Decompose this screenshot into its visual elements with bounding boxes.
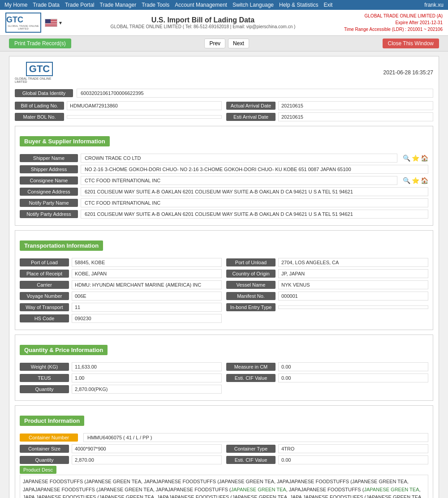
quantity-price-section: Quantity & Price Information Weight (KG)… <box>15 335 433 401</box>
nav-help-statistics[interactable]: Help & Statistics <box>279 2 318 8</box>
vessel-name-label: Vessel Name <box>226 281 276 289</box>
hs-code-label: HS Code <box>20 314 69 322</box>
quantity-price-header: Quantity & Price Information <box>20 345 108 355</box>
nav-menu: My Home Trade Data Trade Portal Trade Ma… <box>4 2 332 8</box>
port-of-load-value: 58845, KOBE <box>72 258 222 267</box>
consignee-name-row: Consignee Name CTC FOOD INTERNATIONAL IN… <box>20 176 428 185</box>
manifest-no-value: 000001 <box>278 292 428 301</box>
star-icon-2[interactable]: ⭐ <box>412 177 419 184</box>
toolbar-top: Print Trade Record(s) Prev Next Close Th… <box>0 36 448 52</box>
nav-trade-tools[interactable]: Trade Tools <box>142 2 169 8</box>
esti-cif-label: Esti. CIF Value <box>226 374 276 382</box>
esti-arrival-label: Esti Arrival Date <box>226 113 276 121</box>
transportation-section: Transportation Information Port of Load … <box>15 230 433 330</box>
product-section: Product Information Container Number HMM… <box>15 405 433 498</box>
mater-bol-label: Mater BOL No. <box>15 113 64 121</box>
notify-party-address-value: 6201 COLISEUM WAY SUITE A-B OAKLAN 6201 … <box>81 210 428 219</box>
port-of-unload-label: Port of Unload <box>226 258 276 266</box>
search-icon-2[interactable]: 🔍 <box>403 177 410 184</box>
global-data-identity-row: Global Data Identity 6003202106170000662… <box>15 89 433 98</box>
place-of-receipt-label: Place of Receipt <box>20 270 69 278</box>
logo-subtext: GLOBAL TRADE ONLINE LIMITED <box>6 25 40 30</box>
notify-party-name-value: CTC FOOD INTERNATIONAL INC <box>81 198 428 207</box>
nav-trade-data[interactable]: Trade Data <box>33 2 60 8</box>
shipper-name-row: Shipper Name CROWN TRADE CO LTD 🔍 ⭐ 🏠 <box>20 154 428 163</box>
container-type-label: Container Type <box>226 445 276 453</box>
port-of-load-label: Port of Load <box>20 258 69 266</box>
title-text: U.S. Import Bill of Lading Data <box>62 16 344 24</box>
logo-area: GTC GLOBAL TRADE ONLINE LIMITED ▾ <box>5 13 62 33</box>
product-desc-text: JAPANESE FOODSTUFFS (JAPANESE GREEN TEA,… <box>20 475 428 498</box>
actual-arrival-value: 20210615 <box>278 101 433 110</box>
container-size-value: 4000*907*900 <box>72 444 222 453</box>
flag-icon <box>45 19 57 27</box>
print-button-top[interactable]: Print Trade Record(s) <box>9 39 71 48</box>
quantity-value: 2,870.00(PKG) <box>72 385 222 394</box>
nav-account-management[interactable]: Account Management <box>175 2 227 8</box>
search-icon[interactable]: 🔍 <box>403 155 410 162</box>
manifest-no-label: Manifest No. <box>226 292 276 300</box>
page-title: U.S. Import Bill of Lading Data GLOBAL T… <box>62 16 344 29</box>
consignee-address-value: 6201 COLISEUM WAY SUITE A-B OAKLAN 6201 … <box>81 187 428 196</box>
esti-cif-value: 0.00 <box>278 374 428 382</box>
star-icon[interactable]: ⭐ <box>412 155 419 162</box>
container-number-row: Container Number HMMU6406075 ( 41 / L / … <box>20 433 428 442</box>
buyer-supplier-section: Buyer & Supplier Information Shipper Nam… <box>15 126 433 226</box>
hs-code-row: HS Code 090230 <box>20 314 428 323</box>
carrier-vessel-row: Carrier HDMU: HYUNDAI MERCHANT MARINE (A… <box>20 280 428 289</box>
user-name: frank.xu <box>424 2 444 8</box>
bol-value: HDMUOAM72913860 <box>67 101 222 110</box>
in-bond-entry-label: In-bond Entry Type <box>226 303 276 311</box>
header-bar: GTC GLOBAL TRADE ONLINE LIMITED ▾ U.S. I… <box>0 10 448 36</box>
container-number-label: Container Number <box>20 434 78 442</box>
consignee-address-row: Consignee Address 6201 COLISEUM WAY SUIT… <box>20 187 428 196</box>
prev-button-top[interactable]: Prev <box>204 39 225 48</box>
container-size-type-row: Container Size 4000*907*900 Container Ty… <box>20 444 428 453</box>
company-logo: GTC GLOBAL TRADE ONLINE LIMITED <box>5 13 41 33</box>
nav-my-home[interactable]: My Home <box>4 2 27 8</box>
notify-party-address-label: Notify Party Address <box>20 210 78 218</box>
nav-exit[interactable]: Exit <box>323 2 332 8</box>
weight-kg-label: Weight (KG) <box>20 363 69 371</box>
consignee-name-label: Consignee Name <box>20 176 78 185</box>
global-data-identity-value: 60032021061700006622395 <box>77 89 433 98</box>
carrier-value: HDMU: HYUNDAI MERCHANT MARINE (AMERICA) … <box>72 280 222 289</box>
voyage-number-label: Voyage Number <box>20 292 69 300</box>
next-button-top[interactable]: Next <box>228 39 249 48</box>
nav-switch-language[interactable]: Switch Language <box>233 2 274 8</box>
shipper-name-value: CROWN TRADE CO LTD <box>81 154 397 163</box>
measure-cm-label: Measure in CM <box>226 363 276 371</box>
country-of-origin-label: Country of Origin <box>226 270 276 278</box>
port-of-unload-value: 2704, LOS ANGELES, CA <box>278 258 428 267</box>
way-of-transport-label: Way of Transport <box>20 303 69 311</box>
home-icon[interactable]: 🏠 <box>421 155 428 162</box>
main-record-card: GTC GLOBAL TRADE ONLINE LIMITED 2021-06-… <box>9 56 439 498</box>
product-desc-green2: JAPANESE GREEN TEA <box>364 487 419 492</box>
shipper-address-label: Shipper Address <box>20 165 78 173</box>
teus-value: 1.00 <box>72 374 222 382</box>
home-icon-2[interactable]: 🏠 <box>421 177 428 184</box>
expire-date: Expire After 2021-12-31 <box>344 19 443 26</box>
weight-kg-value: 11,633.00 <box>72 362 222 371</box>
nav-trade-manager[interactable]: Trade Manager <box>100 2 137 8</box>
time-range: Time Range Accessible (LDR) : 201001 ~ 2… <box>344 26 443 33</box>
buyer-supplier-header: Buyer & Supplier Information <box>20 136 110 146</box>
nav-trade-portal[interactable]: Trade Portal <box>65 2 95 8</box>
container-size-label: Container Size <box>20 445 69 453</box>
record-logo: GTC GLOBAL TRADE ONLINE LIMITED <box>15 62 64 83</box>
product-header: Product Information <box>20 416 84 426</box>
port-load-unload-row: Port of Load 58845, KOBE Port of Unload … <box>20 258 428 267</box>
logo-text: GTC <box>6 15 40 25</box>
country-of-origin-value: JP, JAPAN <box>278 269 428 278</box>
close-button-top[interactable]: Close This Window <box>383 39 439 48</box>
carrier-label: Carrier <box>20 281 69 289</box>
teus-cif-row: TEUS 1.00 Esti. CIF Value 0.00 <box>20 374 428 382</box>
voyage-number-value: 006E <box>72 292 222 301</box>
teus-label: TEUS <box>20 374 69 382</box>
product-esti-cif-label: Esti. CIF Value <box>226 456 276 464</box>
way-of-transport-value: 11 <box>72 303 222 312</box>
mater-bol-value <box>67 115 222 119</box>
quantity-row: Quantity 2,870.00(PKG) <box>20 385 428 394</box>
container-type-value: 4TRO <box>278 444 428 453</box>
product-esti-cif-value: 0.00 <box>278 455 428 464</box>
